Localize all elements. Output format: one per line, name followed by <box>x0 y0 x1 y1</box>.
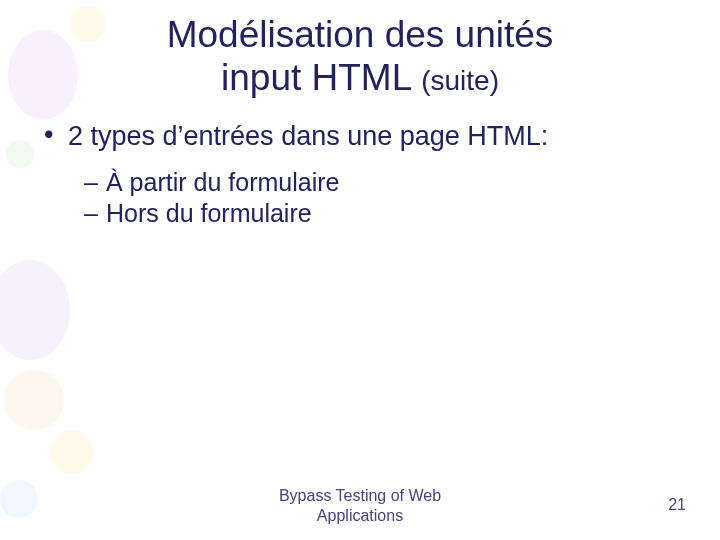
page-number: 21 <box>668 496 686 514</box>
slide-title: Modélisation des unités input HTML (suit… <box>0 0 720 99</box>
bullet-level2-b: Hors du formulaire <box>84 199 678 228</box>
bullet-level2-a: À partir du formulaire <box>84 168 678 197</box>
bullet-level1: 2 types d’entrées dans une page HTML: <box>42 121 678 152</box>
sublist: À partir du formulaire Hors du formulair… <box>42 162 678 228</box>
bullet-level2-a-text: À partir du formulaire <box>106 168 339 196</box>
bullet-level1-text: 2 types d’entrées dans une page HTML: <box>68 121 548 151</box>
footer-center: Bypass Testing of Web Applications <box>0 486 720 526</box>
footer-center-line2: Applications <box>0 506 720 526</box>
title-line-2: input HTML (suite) <box>0 57 720 100</box>
title-line-2-sub: (suite) <box>421 65 499 96</box>
footer-center-line1: Bypass Testing of Web <box>0 486 720 506</box>
bullet-level2-b-text: Hors du formulaire <box>106 199 312 227</box>
title-line-1: Modélisation des unités <box>0 14 720 57</box>
slide-container: Modélisation des unités input HTML (suit… <box>0 0 720 540</box>
slide-body: 2 types d’entrées dans une page HTML: À … <box>0 99 720 228</box>
title-line-2-main: input HTML <box>221 57 421 98</box>
